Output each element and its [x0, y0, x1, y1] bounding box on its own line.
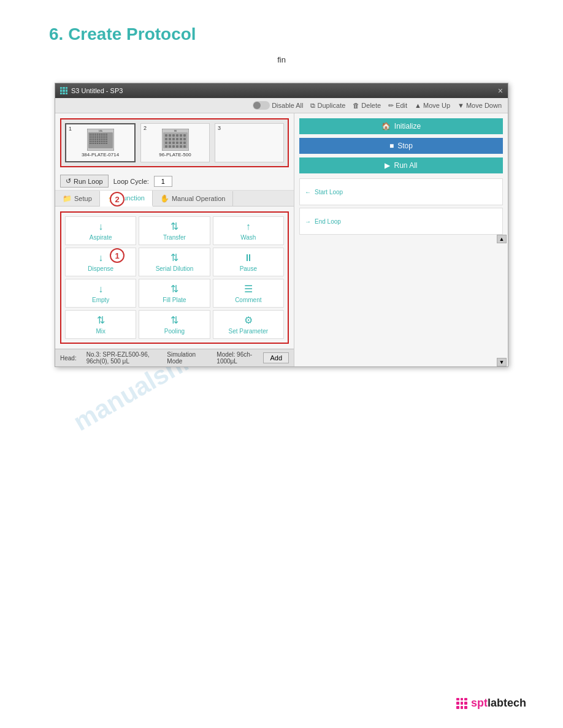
mix-button[interactable]: ⇅ Mix — [65, 310, 136, 339]
svg-rect-36 — [97, 139, 98, 140]
initialize-button[interactable]: 🏠 Initialize — [299, 118, 503, 134]
svg-rect-14 — [93, 135, 94, 137]
fill-plate-button[interactable]: ⇅ Fill Plate — [139, 279, 210, 308]
svg-rect-65 — [165, 134, 167, 137]
dispense-button[interactable]: ↓ Dispense — [65, 248, 136, 276]
page-heading: 6. Create Protocol — [0, 0, 563, 50]
stop-button[interactable]: ■ Stop — [299, 138, 503, 154]
plate-slot-1[interactable]: 1 — [65, 123, 136, 162]
svg-rect-77 — [165, 142, 167, 144]
run-all-button[interactable]: ▶ Run All — [299, 157, 503, 173]
svg-rect-88 — [183, 145, 186, 148]
svg-rect-52 — [90, 143, 91, 144]
pooling-button[interactable]: ⇅ Pooling — [139, 310, 210, 339]
loop-cycle-input[interactable] — [154, 176, 172, 187]
stop-icon: ■ — [389, 142, 394, 150]
delete-button[interactable]: 🗑 Delete — [350, 100, 383, 110]
run-loop-button[interactable]: ↺ Run Loop — [60, 175, 109, 188]
svg-rect-58 — [101, 143, 102, 144]
duplicate-button[interactable]: ⧉ Duplicate — [308, 100, 348, 111]
right-scroll-area: ▲ ▼ — [294, 235, 508, 366]
svg-rect-83 — [165, 145, 167, 148]
scroll-up-button[interactable]: ▲ — [497, 235, 507, 243]
pause-icon: ⏸ — [243, 252, 253, 264]
svg-rect-38 — [101, 139, 102, 140]
svg-rect-55 — [95, 143, 96, 144]
svg-rect-23 — [91, 137, 93, 138]
disable-all-toggle[interactable]: Disable All — [250, 100, 305, 111]
right-panel: 🏠 Initialize ■ Stop ▶ Run All ← — [294, 113, 508, 366]
scroll-down-button[interactable]: ▼ — [497, 358, 507, 366]
svg-rect-28 — [101, 137, 102, 138]
svg-rect-54 — [93, 143, 94, 144]
logo-highlight: labtech — [488, 697, 526, 709]
tab-setup[interactable]: 📁 Setup — [55, 191, 100, 206]
svg-rect-33 — [91, 139, 93, 140]
svg-rect-70 — [183, 134, 186, 137]
svg-rect-37 — [99, 139, 100, 140]
svg-rect-5 — [95, 134, 96, 135]
svg-rect-84 — [169, 145, 171, 148]
loop-buttons: ← Start Loop → End Loop — [294, 178, 508, 235]
set-parameter-button[interactable]: ⚙ Set Parameter — [213, 310, 284, 339]
toolbar: Disable All ⧉ Duplicate 🗑 Delete ✏ Edit … — [55, 98, 508, 113]
aspirate-button[interactable]: ↓ Aspirate — [65, 216, 136, 245]
pause-button[interactable]: ⏸ Pause — [213, 248, 284, 276]
svg-rect-10 — [104, 134, 105, 135]
initialize-icon: 🏠 — [381, 122, 391, 131]
head-label: Head: — [60, 355, 77, 362]
plate-slot-2[interactable]: 2 96 96-PLATE-500 — [140, 123, 210, 162]
serial-dilution-button[interactable]: ⇅ Serial Dilution — [139, 248, 210, 276]
svg-rect-17 — [99, 135, 100, 137]
svg-rect-68 — [176, 134, 178, 137]
toggle-switch[interactable] — [253, 101, 270, 110]
mix-icon: ⇅ — [97, 314, 105, 326]
svg-rect-60 — [104, 143, 105, 144]
action-buttons: 🏠 Initialize ■ Stop ▶ Run All — [294, 113, 508, 178]
comment-button[interactable]: ☰ Comment — [213, 279, 284, 308]
head-value: No.3: SPR-EZL500-96, 96ch(0), 500 μL — [86, 351, 158, 365]
empty-button[interactable]: ↓ Empty — [65, 279, 136, 308]
delete-icon: 🗑 — [353, 102, 359, 109]
svg-rect-51 — [106, 141, 107, 142]
move-down-button[interactable]: ▼ Move Down — [455, 100, 504, 110]
svg-rect-57 — [99, 143, 100, 144]
plate-label-1: 384-PLATE-0714 — [82, 152, 119, 157]
footer-logo: sptlabtech — [456, 697, 526, 710]
transfer-button[interactable]: ⇅ Transfer — [139, 216, 210, 245]
svg-rect-61 — [106, 143, 107, 144]
svg-rect-21 — [106, 135, 107, 137]
hand-icon: ✋ — [160, 194, 169, 203]
title-bar-left: S3 Untitled - SP3 — [60, 87, 123, 94]
svg-rect-12 — [90, 135, 91, 137]
close-button[interactable]: × — [498, 86, 503, 96]
edit-button[interactable]: ✏ Edit — [386, 100, 410, 111]
tabs: 📁 Setup ⚡ Function ✋ Manual Operation — [55, 191, 294, 207]
svg-rect-35 — [95, 139, 96, 140]
svg-rect-85 — [172, 145, 175, 148]
svg-rect-80 — [176, 142, 178, 144]
wash-icon: ↑ — [246, 221, 251, 232]
svg-rect-20 — [104, 135, 105, 137]
move-up-icon: ▲ — [415, 102, 421, 109]
app-window: S3 Untitled - SP3 × Disable All ⧉ Duplic… — [55, 83, 508, 367]
tab-function[interactable]: ⚡ Function — [100, 191, 153, 207]
svg-rect-47 — [99, 141, 100, 142]
transfer-icon: ⇅ — [170, 221, 178, 232]
svg-rect-56 — [97, 143, 98, 144]
svg-rect-8 — [101, 134, 102, 135]
function-grid: ↓ Aspirate ⇅ Transfer ↑ Wash ↓ Dispense — [60, 211, 289, 344]
start-loop-button[interactable]: ← Start Loop — [299, 178, 503, 205]
plate-slot-3[interactable]: 3 — [215, 123, 284, 162]
svg-rect-22 — [90, 137, 91, 138]
svg-rect-39 — [102, 139, 104, 140]
add-button[interactable]: Add — [263, 352, 289, 363]
svg-rect-7 — [99, 134, 100, 135]
left-panel: 1 — [55, 113, 294, 366]
move-up-button[interactable]: ▲ Move Up — [412, 100, 453, 110]
loop-cycle-label: Loop Cycle: — [113, 178, 149, 185]
svg-rect-74 — [176, 138, 178, 140]
wash-button[interactable]: ↑ Wash — [213, 216, 284, 245]
end-loop-button[interactable]: → End Loop — [299, 208, 503, 235]
tab-manual[interactable]: ✋ Manual Operation — [153, 191, 233, 206]
